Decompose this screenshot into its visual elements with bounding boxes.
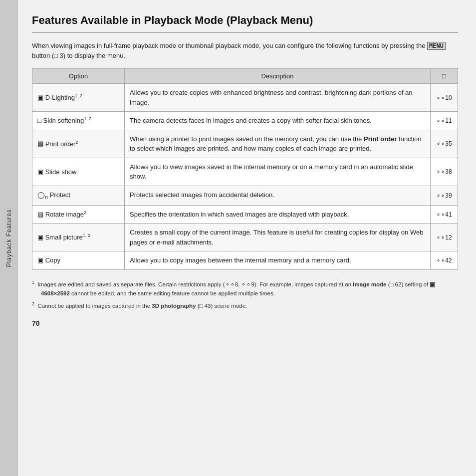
- menu-key: MENU: [427, 42, 446, 50]
- header-ref: □: [431, 69, 458, 84]
- option-label: Skin softening1, 2: [43, 117, 91, 124]
- option-label: Slide show: [45, 168, 77, 176]
- footnote-2: 2 Cannot be applied to images captured i…: [32, 300, 458, 310]
- table-row: ▣ Slide show Allows you to view images s…: [32, 158, 458, 186]
- option-icon: ▣: [37, 234, 43, 241]
- sidebar: Playback Features: [0, 0, 18, 476]
- option-d-lighting: ▣ D-Lighting1, 2: [32, 84, 125, 112]
- table-header-row: Option Description □: [32, 69, 458, 84]
- sidebar-label: Playback Features: [5, 209, 12, 267]
- option-label: Small picture1, 2: [45, 234, 90, 241]
- header-option: Option: [32, 69, 125, 84]
- ref-copy: ⚬⚬42: [431, 251, 458, 270]
- intro-text-after: button (□ 3) to display the menu.: [32, 52, 125, 59]
- table-row: ▤ Rotate image2 Specifies the orientatio…: [32, 205, 458, 224]
- desc-copy: Allows you to copy images between the in…: [125, 251, 431, 270]
- option-icon: ▣: [37, 94, 43, 101]
- ref-d-lighting: ⚬⚬10: [431, 84, 458, 112]
- table-row: ▣ D-Lighting1, 2 Allows you to create co…: [32, 84, 458, 112]
- option-print-order: ▤ Print order2: [32, 130, 125, 158]
- desc-d-lighting: Allows you to create copies with enhance…: [125, 84, 431, 112]
- desc-skin-softening: The camera detects faces in images and c…: [125, 112, 431, 130]
- option-icon: ▣: [37, 168, 43, 176]
- option-rotate-image: ▤ Rotate image2: [32, 205, 125, 224]
- ref-small-picture: ⚬⚬12: [431, 224, 458, 251]
- table-row: ▣ Small picture1, 2 Creates a small copy…: [32, 224, 458, 251]
- option-label: D-Lighting1, 2: [45, 94, 82, 101]
- option-icon: □: [37, 117, 41, 124]
- table-row: ◯n Protect Protects selected images from…: [32, 186, 458, 205]
- option-copy: ▣ Copy: [32, 251, 125, 270]
- option-label: Protect: [50, 191, 70, 199]
- desc-small-picture: Creates a small copy of the current imag…: [125, 224, 431, 251]
- ref-print-order: ⚬⚬35: [431, 130, 458, 158]
- intro-text-before: When viewing images in full-frame playba…: [32, 42, 425, 49]
- ref-skin-softening: ⚬⚬11: [431, 112, 458, 130]
- header-description: Description: [125, 69, 431, 84]
- ref-slide-show: ⚬⚬38: [431, 158, 458, 186]
- option-skin-softening: □ Skin softening1, 2: [32, 112, 125, 130]
- option-protect: ◯n Protect: [32, 186, 125, 205]
- desc-print-order: When using a printer to print images sav…: [125, 130, 431, 158]
- option-label: Rotate image2: [45, 211, 86, 218]
- option-icon: ◯: [37, 191, 45, 199]
- option-icon: ▣: [37, 256, 43, 264]
- page-title: Features Available in Playback Mode (Pla…: [32, 14, 458, 33]
- ref-rotate-image: ⚬⚬41: [431, 205, 458, 224]
- desc-rotate-image: Specifies the orientation in which saved…: [125, 205, 431, 224]
- option-small-picture: ▣ Small picture1, 2: [32, 224, 125, 251]
- table-row: ▣ Copy Allows you to copy images between…: [32, 251, 458, 270]
- page-number: 70: [32, 319, 458, 327]
- desc-protect: Protects selected images from accidental…: [125, 186, 431, 205]
- features-table: Option Description □ ▣ D-Lighting1, 2 Al…: [32, 68, 458, 270]
- table-row: □ Skin softening1, 2 The camera detects …: [32, 112, 458, 130]
- footnote-1: 1 Images are edited and saved as separat…: [32, 279, 458, 298]
- footnotes: 1 Images are edited and saved as separat…: [32, 279, 458, 310]
- table-row: ▤ Print order2 When using a printer to p…: [32, 130, 458, 158]
- option-label: Copy: [45, 256, 60, 264]
- main-content: Features Available in Playback Mode (Pla…: [18, 0, 476, 476]
- option-label: Print order2: [45, 140, 78, 148]
- ref-protect: ⚬⚬39: [431, 186, 458, 205]
- option-icon: ▤: [37, 140, 43, 148]
- desc-slide-show: Allows you to view images saved in the i…: [125, 158, 431, 186]
- option-icon: ▤: [37, 211, 43, 218]
- option-slide-show: ▣ Slide show: [32, 158, 125, 186]
- intro-paragraph: When viewing images in full-frame playba…: [32, 41, 458, 60]
